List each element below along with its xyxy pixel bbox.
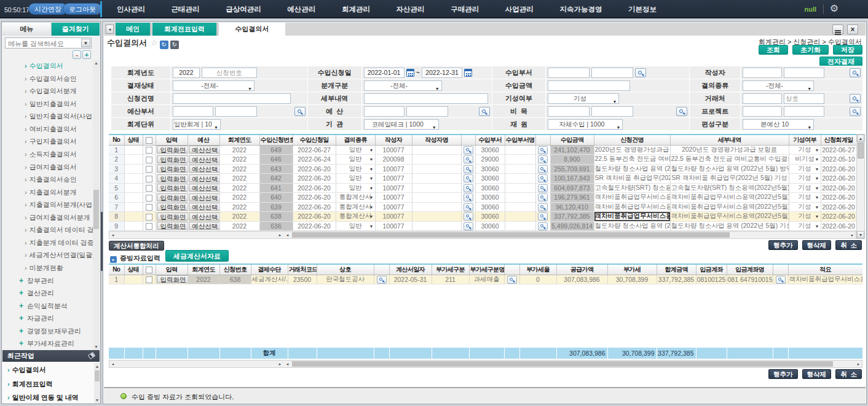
- column-header[interactable]: 부가세율: [519, 265, 556, 275]
- grid1-horizontal-scrollbar[interactable]: ◂ ▸ ◂ ▸: [109, 231, 856, 239]
- column-header[interactable]: 거래처코드: [288, 265, 317, 275]
- chevron-down-icon[interactable]: ▼: [81, 39, 90, 47]
- electronic-approval-button[interactable]: 전자결재: [819, 57, 862, 66]
- column-header[interactable]: [143, 265, 156, 275]
- column-header[interactable]: 계산서일자: [389, 265, 432, 275]
- menu-search-input[interactable]: 메뉴를 검색하세요 ▼: [5, 37, 92, 49]
- grid-cell[interactable]: [504, 275, 519, 284]
- grid-cell[interactable]: [461, 183, 475, 193]
- fund-source-select[interactable]: 자체수입 | 1000▼: [548, 119, 623, 130]
- grid-cell[interactable]: [143, 155, 156, 165]
- grid-cell[interactable]: [461, 221, 475, 231]
- grid1-vertical-scrollbar[interactable]: ▲ ▼: [856, 134, 865, 239]
- column-header[interactable]: 수입신청번호: [259, 135, 293, 145]
- column-header[interactable]: 적요: [788, 265, 862, 275]
- cell-button[interactable]: 입력화면: [157, 165, 188, 173]
- grid-cell[interactable]: [535, 155, 550, 165]
- top-menu-item[interactable]: 근태관리: [172, 5, 200, 14]
- column-header[interactable]: 작성자: [375, 135, 412, 145]
- date-to-input[interactable]: 2022-12-31: [422, 68, 462, 78]
- cell-button[interactable]: 예산선택: [189, 174, 220, 182]
- sidebar-item[interactable]: ›구입지출결의서: [2, 135, 93, 148]
- column-header[interactable]: [535, 135, 550, 145]
- search-icon[interactable]: [538, 222, 548, 230]
- cell-button[interactable]: 예산선택: [189, 155, 220, 163]
- cell-button[interactable]: 입력화면: [157, 213, 188, 221]
- search-icon[interactable]: [850, 94, 861, 103]
- sidebar-item[interactable]: ›수입결의서승인: [2, 72, 93, 85]
- grid-cell[interactable]: [143, 193, 156, 203]
- grid-cell[interactable]: [535, 193, 550, 203]
- grid-cell[interactable]: [535, 221, 550, 231]
- column-header[interactable]: 회계연도: [187, 265, 219, 275]
- save-button[interactable]: 저장: [833, 45, 862, 55]
- top-menu-item[interactable]: 예산관리: [287, 5, 315, 14]
- search-icon[interactable]: [538, 213, 548, 221]
- organization-select[interactable]: 코레일테크 | 1000▼: [364, 119, 439, 130]
- column-header[interactable]: [504, 265, 519, 275]
- income-amount-input[interactable]: [548, 80, 630, 91]
- column-header[interactable]: 수입부서: [475, 135, 505, 145]
- tree-scrollbar[interactable]: ▲ ▼: [93, 60, 100, 350]
- sidebar-item[interactable]: ›미분개현황: [2, 262, 93, 275]
- search-icon[interactable]: [538, 174, 548, 182]
- search-icon[interactable]: [850, 68, 861, 77]
- search-icon[interactable]: [538, 165, 548, 173]
- gear-icon[interactable]: ⚙: [830, 2, 838, 14]
- grid-cell[interactable]: 기성▼: [789, 212, 821, 222]
- sidebar-item[interactable]: ›수입결의서분개: [2, 85, 93, 98]
- grid-cell[interactable]: 기성▼: [789, 183, 821, 193]
- add-row-button[interactable]: 행추가: [768, 240, 798, 250]
- grid-cell[interactable]: [773, 275, 788, 284]
- refresh-icon[interactable]: ↻: [160, 41, 168, 49]
- search-icon[interactable]: [294, 107, 306, 116]
- cell-button[interactable]: 예산선택: [189, 146, 220, 154]
- grid-cell[interactable]: 기성▼: [789, 145, 821, 155]
- column-header[interactable]: 결의종류: [336, 135, 375, 145]
- invoice-merge-button[interactable]: 계산서통합처리: [109, 241, 164, 251]
- cell-button[interactable]: 입력화면: [157, 146, 188, 154]
- column-header[interactable]: [773, 265, 788, 275]
- row-checkbox[interactable]: [146, 204, 152, 211]
- column-header[interactable]: No: [109, 135, 124, 145]
- cell-button[interactable]: 예산선택: [189, 213, 220, 221]
- tab-scroll-left-button[interactable]: ◂: [106, 25, 114, 34]
- cell-button[interactable]: 입력화면: [157, 203, 188, 211]
- cell-button[interactable]: 입력화면: [157, 155, 188, 163]
- column-header[interactable]: 입금계좌명: [727, 265, 773, 275]
- grid-cell[interactable]: 기성▼: [789, 174, 821, 184]
- row-checkbox[interactable]: [146, 166, 152, 173]
- cell-button[interactable]: 예산선택: [189, 193, 220, 201]
- recent-item[interactable]: ›회계전표입력: [2, 377, 100, 391]
- budget-composition-select[interactable]: 본예산 10▼: [743, 119, 814, 130]
- grid-cell[interactable]: [143, 221, 156, 231]
- grid-cell[interactable]: [535, 183, 550, 193]
- favorite-star-icon[interactable]: ☆: [151, 38, 158, 47]
- grid-cell[interactable]: 통합계산서▼: [336, 212, 375, 222]
- column-header[interactable]: 상태: [124, 265, 143, 275]
- column-header[interactable]: 부가세구분명: [469, 265, 504, 275]
- row-checkbox[interactable]: [146, 176, 152, 182]
- grid-cell[interactable]: 통합계산서▼: [336, 202, 375, 212]
- column-header[interactable]: [374, 265, 389, 275]
- column-header[interactable]: 수입부서명: [505, 135, 535, 145]
- grid-cell[interactable]: [143, 145, 156, 155]
- sidebar-item[interactable]: +결산관리: [2, 287, 93, 300]
- search-icon[interactable]: [464, 203, 473, 211]
- top-menu-item[interactable]: 인사관리: [117, 5, 145, 14]
- cell-button[interactable]: 입력화면: [157, 275, 188, 283]
- search-icon[interactable]: [464, 222, 473, 230]
- logout-button[interactable]: 로그아웃: [63, 3, 102, 15]
- recent-scrollbar[interactable]: ▲ ▼: [94, 363, 100, 404]
- column-header[interactable]: 부가세구분: [432, 265, 469, 275]
- sidebar-item[interactable]: ›소득지출결의서: [2, 148, 93, 161]
- cell-button[interactable]: 입력화면: [157, 222, 188, 230]
- column-header[interactable]: 입금계좌: [696, 265, 727, 275]
- grid-cell[interactable]: 통합계산서▼: [336, 193, 375, 203]
- sidebar-item[interactable]: ›일반지출결의서: [2, 98, 93, 111]
- grid-cell[interactable]: [461, 193, 475, 203]
- delete-row-button[interactable]: 행삭제: [802, 369, 832, 379]
- column-header[interactable]: 세부내역: [670, 135, 789, 145]
- sidebar-item[interactable]: ›지출분개 데이터 검증: [2, 236, 93, 249]
- search-icon[interactable]: [464, 193, 473, 201]
